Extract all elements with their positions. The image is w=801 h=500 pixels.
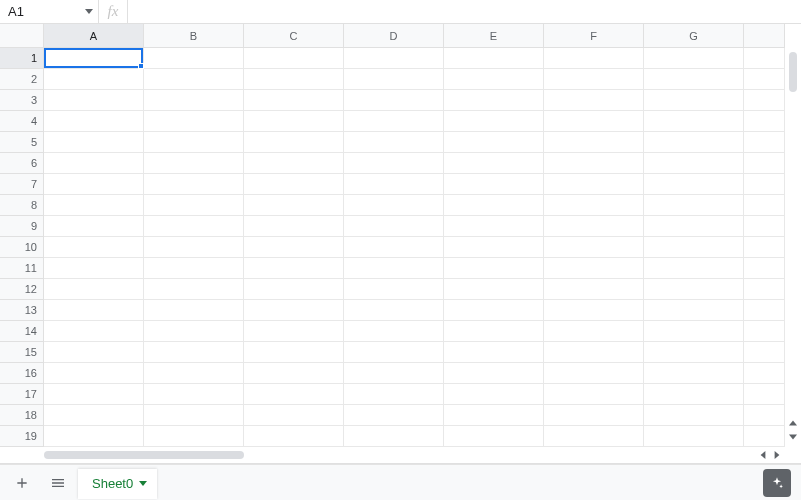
row-header[interactable]: 14 (0, 321, 43, 342)
column-header[interactable]: A (44, 24, 144, 47)
cell[interactable] (344, 48, 444, 69)
row-header[interactable]: 11 (0, 258, 43, 279)
cell[interactable] (144, 174, 244, 195)
row-header[interactable]: 1 (0, 48, 43, 69)
sheet-tab-active[interactable]: Sheet0 (78, 469, 157, 499)
cell[interactable] (644, 237, 744, 258)
cell[interactable] (744, 90, 785, 111)
cell[interactable] (44, 258, 144, 279)
cell[interactable] (744, 111, 785, 132)
cell[interactable] (44, 216, 144, 237)
cell[interactable] (644, 363, 744, 384)
column-header[interactable]: G (644, 24, 744, 47)
cell[interactable] (744, 153, 785, 174)
row-header[interactable]: 5 (0, 132, 43, 153)
cell[interactable] (144, 48, 244, 69)
cell[interactable] (644, 132, 744, 153)
cell[interactable] (744, 237, 785, 258)
cell[interactable] (544, 363, 644, 384)
cell[interactable] (144, 426, 244, 447)
cell[interactable] (544, 48, 644, 69)
cell[interactable] (44, 153, 144, 174)
cell[interactable] (144, 90, 244, 111)
cell[interactable] (44, 195, 144, 216)
cell[interactable] (344, 363, 444, 384)
cell[interactable] (744, 342, 785, 363)
horizontal-scrollbar[interactable] (0, 447, 785, 463)
cell[interactable] (744, 48, 785, 69)
cell[interactable] (244, 426, 344, 447)
vertical-scrollbar[interactable] (785, 24, 801, 447)
cell[interactable] (244, 132, 344, 153)
cell[interactable] (244, 384, 344, 405)
cell[interactable] (644, 321, 744, 342)
cell[interactable] (644, 426, 744, 447)
row-header[interactable]: 9 (0, 216, 43, 237)
cell[interactable] (744, 426, 785, 447)
cell[interactable] (344, 111, 444, 132)
cell[interactable] (544, 195, 644, 216)
cell[interactable] (44, 237, 144, 258)
scroll-left-icon[interactable] (759, 451, 767, 459)
row-header[interactable]: 19 (0, 426, 43, 447)
cell[interactable] (144, 111, 244, 132)
row-header[interactable]: 18 (0, 405, 43, 426)
cell[interactable] (544, 342, 644, 363)
cell[interactable] (544, 216, 644, 237)
cell[interactable] (44, 426, 144, 447)
cell[interactable] (244, 69, 344, 90)
cell[interactable] (544, 174, 644, 195)
cell[interactable] (244, 363, 344, 384)
add-sheet-button[interactable] (6, 468, 38, 498)
cell[interactable] (444, 300, 544, 321)
cell[interactable] (444, 405, 544, 426)
cell[interactable] (144, 405, 244, 426)
cell[interactable] (544, 153, 644, 174)
row-header[interactable]: 17 (0, 384, 43, 405)
select-all-corner[interactable] (0, 24, 44, 48)
cell[interactable] (344, 405, 444, 426)
cell[interactable] (444, 111, 544, 132)
name-box-dropdown[interactable] (80, 0, 98, 23)
cell[interactable] (544, 132, 644, 153)
cell[interactable] (344, 132, 444, 153)
row-header[interactable]: 4 (0, 111, 43, 132)
cell[interactable] (444, 342, 544, 363)
row-header[interactable]: 8 (0, 195, 43, 216)
cell[interactable] (44, 321, 144, 342)
cell[interactable] (644, 384, 744, 405)
cell[interactable] (144, 216, 244, 237)
cell[interactable] (144, 279, 244, 300)
cell[interactable] (144, 342, 244, 363)
cell[interactable] (44, 111, 144, 132)
cell[interactable] (744, 405, 785, 426)
cell[interactable] (644, 90, 744, 111)
cell[interactable] (544, 237, 644, 258)
cell[interactable] (44, 69, 144, 90)
cell[interactable] (644, 405, 744, 426)
cell[interactable] (644, 174, 744, 195)
cell[interactable] (144, 384, 244, 405)
cell[interactable] (544, 384, 644, 405)
cell[interactable] (344, 90, 444, 111)
cell[interactable] (744, 384, 785, 405)
cell[interactable] (744, 363, 785, 384)
cell[interactable] (344, 426, 444, 447)
column-header[interactable]: B (144, 24, 244, 47)
cell[interactable] (144, 132, 244, 153)
scroll-right-icon[interactable] (773, 451, 781, 459)
cell[interactable] (144, 195, 244, 216)
cell[interactable] (44, 48, 144, 69)
explore-button[interactable] (763, 469, 791, 497)
cell[interactable] (444, 132, 544, 153)
cell[interactable] (444, 321, 544, 342)
cell[interactable] (744, 132, 785, 153)
cell[interactable] (644, 216, 744, 237)
scroll-up-icon[interactable] (789, 419, 797, 427)
cell[interactable] (444, 279, 544, 300)
cell[interactable] (44, 405, 144, 426)
cell[interactable] (244, 48, 344, 69)
cell[interactable] (344, 258, 444, 279)
cell[interactable] (344, 321, 444, 342)
cell[interactable] (644, 111, 744, 132)
